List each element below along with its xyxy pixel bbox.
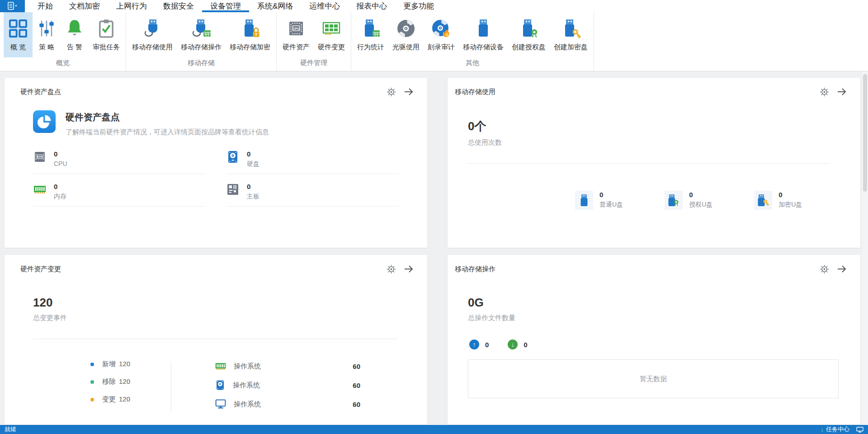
ribbon-button-cd-usage[interactable]: 光驱使用 xyxy=(388,12,424,57)
status-ready: 就绪 xyxy=(5,425,16,434)
ribbon-group-label: 其他 xyxy=(351,57,594,71)
arrow-right-icon[interactable] xyxy=(404,87,414,97)
legend-dot xyxy=(90,363,94,366)
legend-dot xyxy=(90,398,94,401)
ribbon-button-label: 硬件变更 xyxy=(318,43,345,52)
ribbon-button-policy[interactable]: 策 略 xyxy=(33,12,61,57)
list-item: 操作系统 60 xyxy=(215,379,360,392)
ribbon-button-burn-audit[interactable]: 刻录审计 xyxy=(424,12,459,57)
vertical-scrollbar[interactable] xyxy=(862,71,868,425)
ribbon-group-removable-storage: 移动存储使用 移动存储操作 xyxy=(126,12,277,71)
ram-icon xyxy=(215,360,226,372)
ribbon-button-storage-usage[interactable]: 移动存储使用 xyxy=(128,12,177,57)
ribbon-button-approval-tasks[interactable]: 审批任务 xyxy=(89,12,124,57)
stat-label: CPU xyxy=(54,160,67,167)
change-list: 操作系统 60 操作系统 60 xyxy=(215,360,360,410)
app-menu-icon xyxy=(6,1,19,11)
ram-card-icon xyxy=(321,17,342,40)
ribbon: 概 览 策 略 xyxy=(0,12,868,71)
gear-icon[interactable] xyxy=(819,264,829,274)
arrow-right-icon[interactable] xyxy=(837,87,847,97)
gear-icon[interactable] xyxy=(819,87,829,97)
usb-award-icon xyxy=(665,191,683,210)
change-legend: 新增 120 移除 120 变更 120 xyxy=(90,360,165,404)
tab-home[interactable]: 开始 xyxy=(29,0,61,12)
tab-report-center[interactable]: 报表中心 xyxy=(348,0,395,12)
gear-icon[interactable] xyxy=(386,264,396,274)
usb-icon xyxy=(473,17,494,40)
ribbon-button-storage-encryption[interactable]: 移动存储加密 xyxy=(226,12,274,57)
ribbon-button-overview[interactable]: 概 览 xyxy=(4,12,33,57)
stat-label: 加密U盘 xyxy=(778,201,802,209)
tab-doc-encryption[interactable]: 文档加密 xyxy=(61,0,108,12)
card-title: 硬件资产盘点 xyxy=(20,88,61,96)
tab-more-features[interactable]: 更多功能 xyxy=(395,0,442,12)
ribbon-button-storage-operations[interactable]: 移动存储操作 xyxy=(177,12,226,57)
tab-data-security[interactable]: 数据安全 xyxy=(155,0,202,12)
scrollbar-thumb[interactable] xyxy=(863,74,867,192)
ribbon-button-label: 移动存储设备 xyxy=(463,43,504,52)
stat-label: 主板 xyxy=(247,193,259,201)
legend-value: 120 xyxy=(119,395,130,404)
ribbon-button-label: 审批任务 xyxy=(93,43,120,52)
usb-award-icon xyxy=(519,17,539,40)
stat-encrypted-usb: 0 加密U盘 xyxy=(754,191,802,210)
ribbon-button-label: 告 警 xyxy=(67,43,82,52)
stat-value: 0 xyxy=(778,191,802,198)
monitor-icon xyxy=(215,398,226,410)
ribbon-button-label: 创建加密盘 xyxy=(554,43,588,52)
ribbon-button-label: 刻录审计 xyxy=(428,43,455,52)
ribbon-group-hardware: CPU 硬件资产 xyxy=(277,12,351,71)
ribbon-button-label: 行为统计 xyxy=(357,43,384,52)
ribbon-group-label: 概览 xyxy=(0,57,126,71)
tab-system-network[interactable]: 系统&网络 xyxy=(249,0,301,12)
card-hardware-change: 硬件资产变更 120 xyxy=(5,255,427,425)
ribbon-button-storage-devices[interactable]: 移动存储设备 xyxy=(459,12,508,57)
stat-value: 0 xyxy=(54,183,66,190)
list-label: 操作系统 xyxy=(234,400,261,409)
ribbon-button-label: 硬件资产 xyxy=(283,43,310,52)
task-center[interactable]: ↓ 任务中心 xyxy=(821,425,863,434)
stat-value: 0 xyxy=(689,191,712,198)
usb-key-icon xyxy=(754,191,772,210)
tab-ops-center[interactable]: 运维中心 xyxy=(301,0,348,12)
arrow-right-icon[interactable] xyxy=(404,264,414,274)
legend-item-removed: 移除 120 xyxy=(90,377,165,386)
download-value: 0 xyxy=(524,341,527,349)
monitor-small-icon[interactable] xyxy=(856,427,863,433)
list-item: 操作系统 60 xyxy=(215,360,360,373)
gear-icon[interactable] xyxy=(386,87,396,97)
ribbon-button-hardware-assets[interactable]: CPU 硬件资产 xyxy=(278,12,314,57)
tab-device-management[interactable]: 设备管理 xyxy=(202,0,249,12)
ribbon-button-alert[interactable]: 告 警 xyxy=(61,12,89,57)
list-value: 60 xyxy=(353,401,360,408)
usb-lock-icon xyxy=(240,17,260,40)
hdd-icon xyxy=(215,379,226,391)
ribbon-group-other: 行为统计 光驱使用 xyxy=(351,12,594,71)
svg-text:CPU: CPU xyxy=(292,27,300,31)
ribbon-button-hardware-change[interactable]: 硬件变更 xyxy=(314,12,349,57)
stat-label: 内存 xyxy=(54,193,66,201)
overview-grid-icon xyxy=(8,17,28,40)
legend-item-added: 新增 120 xyxy=(90,360,165,368)
download-stat: ↓ 0 xyxy=(508,340,527,349)
vertical-divider xyxy=(171,362,171,412)
feature-description: 了解终端当前硬件资产情况，可进入详情页面按品牌等查看统计信息 xyxy=(66,128,269,137)
cd-icon xyxy=(396,17,416,40)
ribbon-group-label: 移动存储 xyxy=(126,57,276,71)
task-center-label: 任务中心 xyxy=(826,425,849,434)
card-hardware-inventory: 硬件资产盘点 xyxy=(5,78,427,248)
card-storage-usage: 移动存储使用 0个 xyxy=(448,78,860,248)
tab-web-behavior[interactable]: 上网行为 xyxy=(108,0,155,12)
app-menu-button[interactable] xyxy=(0,0,25,12)
ribbon-button-create-encrypted-disk[interactable]: 创建加密盘 xyxy=(550,12,592,57)
arrow-right-icon[interactable] xyxy=(837,264,847,274)
ribbon-button-label: 移动存储加密 xyxy=(230,43,270,52)
pie-chart-icon xyxy=(33,110,56,133)
upload-stat: ↑ 0 xyxy=(469,340,489,349)
ribbon-button-behavior-stats[interactable]: 行为统计 xyxy=(353,12,388,57)
ribbon-button-create-authorized-disk[interactable]: 创建授权盘 xyxy=(508,12,550,57)
usb-table-icon xyxy=(360,17,381,40)
big-value: 0个 xyxy=(468,118,860,134)
legend-value: 120 xyxy=(119,377,130,386)
